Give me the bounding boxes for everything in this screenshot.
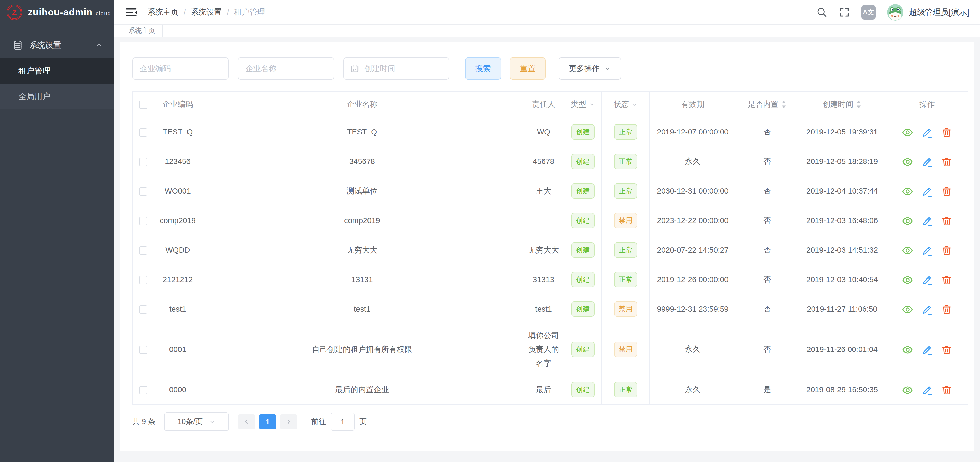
edit-icon[interactable] (921, 344, 933, 356)
breadcrumb-settings[interactable]: 系统设置 (191, 7, 222, 17)
sidebar-item-global-users[interactable]: 全局用户 (0, 84, 114, 110)
sort-icon[interactable] (856, 100, 862, 109)
collapse-menu-icon[interactable] (125, 7, 137, 18)
create-time-picker[interactable] (344, 57, 449, 79)
table-row: WO001测试单位王大创建正常2030-12-31 00:00:00否2019-… (132, 176, 969, 206)
goto-page-input[interactable] (331, 413, 355, 431)
row-checkbox[interactable] (139, 276, 147, 284)
delete-icon[interactable] (941, 186, 953, 197)
view-icon[interactable] (902, 274, 913, 286)
cell-owner: test1 (523, 294, 564, 324)
delete-icon[interactable] (941, 384, 953, 396)
status-badge: 禁用 (614, 301, 637, 317)
edit-icon[interactable] (921, 304, 933, 316)
col-builtin[interactable]: 是否内置 (736, 92, 799, 117)
col-select (132, 92, 154, 117)
view-icon[interactable] (902, 127, 913, 138)
sidebar-item-label: 租户管理 (19, 65, 50, 76)
table-row: 12345634567845678创建正常永久否2019-12-05 18:28… (132, 147, 969, 176)
edit-icon[interactable] (921, 244, 933, 256)
fullscreen-icon[interactable] (839, 7, 850, 18)
filter-icon[interactable] (632, 102, 638, 108)
view-icon[interactable] (902, 344, 913, 356)
col-type[interactable]: 类型 (564, 92, 602, 117)
view-icon[interactable] (902, 304, 913, 316)
row-checkbox[interactable] (139, 129, 147, 137)
table-row: WQDD无穷大大无穷大大创建正常2020-07-22 14:50:27否2019… (132, 235, 969, 265)
page-number-active[interactable]: 1 (259, 414, 276, 429)
row-select-cell (132, 176, 154, 206)
company-name-input[interactable] (238, 57, 334, 79)
status-badge: 正常 (614, 154, 637, 169)
create-time-input[interactable] (364, 64, 436, 73)
delete-icon[interactable] (941, 304, 953, 316)
select-all-checkbox[interactable] (139, 101, 147, 109)
next-page-button[interactable] (280, 414, 297, 429)
edit-icon[interactable] (921, 186, 933, 197)
view-icon[interactable] (902, 244, 913, 256)
row-select-cell (132, 324, 154, 375)
avatar[interactable] (887, 4, 904, 21)
cell-status: 正常 (602, 235, 650, 265)
edit-icon[interactable] (921, 274, 933, 286)
row-checkbox[interactable] (139, 187, 147, 195)
cell-validity: 永久 (650, 375, 736, 405)
sidebar-item-tenant-management[interactable]: 租户管理 (0, 58, 114, 84)
page-size-select[interactable]: 10条/页 (164, 413, 229, 431)
tab-system-home[interactable]: 系统主页 (121, 25, 162, 37)
filter-icon[interactable] (589, 102, 595, 108)
view-icon[interactable] (902, 186, 913, 197)
sidebar-group-settings[interactable]: 系统设置 (0, 32, 114, 58)
col-created[interactable]: 创建时间 (799, 92, 886, 117)
cell-actions (886, 235, 969, 265)
view-icon[interactable] (902, 156, 913, 168)
row-checkbox[interactable] (139, 158, 147, 166)
tenant-panel: 搜索 重置 更多操作 企业编码 企业名称 (121, 41, 974, 451)
status-badge: 禁用 (614, 213, 637, 228)
cell-owner: 最后 (523, 375, 564, 405)
more-actions-button[interactable]: 更多操作 (558, 57, 621, 79)
cell-status: 正常 (602, 176, 650, 206)
cell-created: 2019-08-29 16:50:35 (799, 375, 886, 405)
chevron-down-icon (604, 65, 611, 72)
search-icon[interactable] (816, 7, 827, 18)
search-button[interactable]: 搜索 (465, 57, 501, 79)
row-checkbox[interactable] (139, 217, 147, 225)
status-badge: 正常 (614, 124, 637, 140)
cell-actions (886, 265, 969, 294)
prev-page-button[interactable] (238, 414, 255, 429)
cell-company-code: comp2019 (154, 206, 201, 235)
edit-icon[interactable] (921, 384, 933, 396)
cell-created: 2019-12-03 16:48:06 (799, 206, 886, 235)
chevron-right-icon (285, 418, 292, 425)
delete-icon[interactable] (941, 274, 953, 286)
chevron-left-icon (243, 418, 250, 425)
view-icon[interactable] (902, 384, 913, 396)
delete-icon[interactable] (941, 344, 953, 356)
company-code-input[interactable] (132, 57, 229, 79)
row-checkbox[interactable] (139, 305, 147, 314)
edit-icon[interactable] (921, 156, 933, 168)
row-checkbox[interactable] (139, 246, 147, 255)
edit-icon[interactable] (921, 127, 933, 138)
edit-icon[interactable] (921, 215, 933, 227)
row-checkbox[interactable] (139, 346, 147, 354)
delete-icon[interactable] (941, 156, 953, 168)
current-user-name[interactable]: 超级管理员[演示] (909, 7, 969, 18)
cell-company-name: 测试单位 (201, 176, 523, 206)
cell-type: 创建 (564, 235, 602, 265)
cell-type: 创建 (564, 147, 602, 176)
language-switch-icon[interactable]: A文 (861, 5, 876, 19)
breadcrumb-home[interactable]: 系统主页 (148, 7, 178, 17)
col-owner: 责任人 (523, 92, 564, 117)
row-checkbox[interactable] (139, 386, 147, 394)
breadcrumb-separator: / (184, 8, 186, 17)
delete-icon[interactable] (941, 215, 953, 227)
reset-button[interactable]: 重置 (510, 57, 546, 79)
cell-company-name: 无穷大大 (201, 235, 523, 265)
sort-icon[interactable] (781, 100, 787, 109)
view-icon[interactable] (902, 215, 913, 227)
delete-icon[interactable] (941, 127, 953, 138)
delete-icon[interactable] (941, 244, 953, 256)
col-status[interactable]: 状态 (602, 92, 650, 117)
